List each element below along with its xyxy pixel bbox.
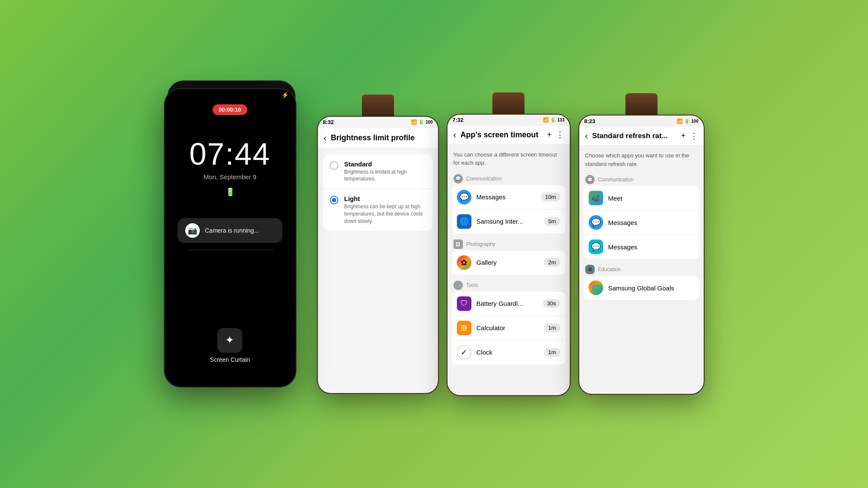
phone2-time: 8:32 bbox=[323, 119, 334, 125]
battery-time: 30s bbox=[543, 299, 560, 308]
meet-icon: 📹 bbox=[589, 191, 603, 205]
light-option[interactable]: Light Brightness can be kept up at high … bbox=[323, 189, 433, 231]
phone4-desc: Choose which apps you want to use in the… bbox=[584, 150, 699, 172]
meet-row[interactable]: 📹 Meet bbox=[584, 186, 699, 210]
clock-time: 1m bbox=[544, 348, 560, 357]
phone3-add[interactable]: + bbox=[547, 130, 552, 139]
phone4-messages1-row[interactable]: 💬 Messages bbox=[584, 210, 699, 235]
screen-curtain-label: Screen Curtain bbox=[210, 356, 250, 363]
tools-apps-card: 🛡 Battery Guardi... 30s ⊞ Calculator 1m … bbox=[452, 292, 566, 364]
light-desc: Brightness can be kept up at high temper… bbox=[344, 203, 426, 225]
phone4-messages2-name: Messages bbox=[608, 243, 694, 251]
battery-icon: 🛡 bbox=[457, 296, 471, 311]
tools-icon: 🔧 bbox=[453, 281, 463, 290]
phone2-frame: 8:32 📶🔋100 ‹ Brightness limit profile St… bbox=[317, 116, 439, 394]
battery-indicator: 🔋 bbox=[225, 187, 235, 197]
phone3-desc: You can choose a different screen timeou… bbox=[452, 149, 566, 172]
phone3-title: App's screen timeout bbox=[460, 130, 543, 139]
samsung-internet-row[interactable]: 🌐 Samsung Inter... 5m bbox=[452, 210, 566, 234]
phone4-messages1-icon: 💬 bbox=[589, 215, 603, 230]
phone2-nav: ‹ Brightness limit profile bbox=[318, 128, 438, 148]
phone3-bump bbox=[492, 92, 524, 115]
phone4-add[interactable]: + bbox=[681, 131, 686, 140]
photography-section-header: 🖼 Photography bbox=[452, 237, 566, 251]
phone2-status-icons: 📶🔋100 bbox=[411, 119, 433, 125]
phone4-comm-section: 💬 Communication bbox=[584, 172, 699, 186]
communication-section-header: 💬 Communication bbox=[452, 172, 566, 185]
edu-icon: 🎓 bbox=[585, 265, 595, 274]
camera-icon: 📷 bbox=[185, 223, 200, 238]
tools-label: Tools bbox=[466, 282, 478, 288]
phone3-back[interactable]: ‹ bbox=[453, 130, 456, 140]
messages-time: 10m bbox=[541, 192, 560, 201]
phone4-messages2-icon: 💬 bbox=[589, 240, 603, 254]
photo-label: Photography bbox=[466, 241, 495, 247]
samsung-internet-time: 5m bbox=[544, 217, 560, 226]
notification-item: 📷 Camera is running... bbox=[178, 218, 282, 243]
clock-icon: ✓ bbox=[457, 345, 471, 360]
phone1-frame: ⚡ 00:00:10 07:44 Mon, September 9 🔋 📷 Ca… bbox=[164, 88, 296, 387]
phone4-title: Standard refresh rat... bbox=[592, 132, 677, 140]
comm-label: Communication bbox=[466, 176, 502, 182]
comm-apps-card: 💬 Messages 10m 🌐 Samsung Inter... 5m bbox=[452, 185, 566, 234]
phone4-messages1-name: Messages bbox=[608, 219, 694, 226]
standard-desc: Brightness is limited at high temperatur… bbox=[344, 169, 426, 183]
phone3-status-icons: 📶🔋133 bbox=[543, 117, 565, 123]
phone4-bump bbox=[625, 93, 658, 115]
samsung-internet-icon: 🌐 bbox=[457, 214, 471, 229]
calculator-time: 1m bbox=[544, 323, 560, 332]
gallery-row[interactable]: ✿ Gallery 2m bbox=[452, 251, 566, 275]
messages-name: Messages bbox=[477, 193, 536, 201]
phone3-time: 7:32 bbox=[453, 117, 464, 123]
brightness-options-card: Standard Brightness is limited at high t… bbox=[323, 154, 433, 231]
phone4-status-icons: 📶🔋100 bbox=[677, 118, 699, 124]
photo-apps-card: ✿ Gallery 2m bbox=[452, 251, 566, 275]
gallery-time: 2m bbox=[544, 258, 560, 267]
radio-standard[interactable] bbox=[330, 161, 338, 170]
samsung-goals-name: Samsung Global Goals bbox=[608, 284, 694, 292]
phone4-back[interactable]: ‹ bbox=[585, 131, 588, 141]
timer-badge: 00:00:10 bbox=[213, 104, 247, 115]
meet-name: Meet bbox=[608, 195, 694, 202]
lock-clock: 07:44 bbox=[189, 136, 270, 172]
education-section-header: 🎓 Education bbox=[584, 262, 699, 276]
phone4-frame: 8:23 📶🔋100 ‹ Standard refresh rat... + ⋮… bbox=[578, 115, 705, 395]
radio-light[interactable] bbox=[330, 196, 338, 204]
phone2-status-bar: 8:32 📶🔋100 bbox=[318, 117, 438, 128]
messages-row[interactable]: 💬 Messages 10m bbox=[452, 185, 566, 210]
clock-row[interactable]: ✓ Clock 1m bbox=[452, 340, 566, 364]
clock-name: Clock bbox=[477, 349, 539, 356]
tools-section-header: 🔧 Tools bbox=[452, 278, 566, 292]
divider bbox=[187, 250, 273, 250]
phone4-time: 8:23 bbox=[584, 118, 595, 124]
phone4-status-bar: 8:23 📶🔋100 bbox=[579, 115, 704, 127]
notification-text: Camera is running... bbox=[205, 227, 259, 234]
calculator-icon: ⊞ bbox=[457, 321, 471, 335]
standard-option[interactable]: Standard Brightness is limited at high t… bbox=[323, 154, 433, 189]
phone3-status-bar: 7:32 📶🔋133 bbox=[447, 115, 570, 126]
flash-icon: ⚡ bbox=[281, 92, 289, 98]
samsung-goals-row[interactable]: 🌐 Samsung Global Goals bbox=[584, 276, 699, 300]
photo-icon: 🖼 bbox=[453, 240, 463, 249]
phone4-comm-card: 📹 Meet 💬 Messages 💬 Messages bbox=[584, 186, 699, 259]
phone4-comm-icon: 💬 bbox=[585, 175, 595, 184]
status-bar: ⚡ bbox=[165, 89, 296, 101]
phone3-nav: ‹ App's screen timeout + ⋮ bbox=[447, 126, 570, 145]
phone4-messages2-row[interactable]: 💬 Messages bbox=[584, 235, 699, 259]
battery-row[interactable]: 🛡 Battery Guardi... 30s bbox=[452, 292, 566, 316]
phone4-more[interactable]: ⋮ bbox=[690, 131, 698, 141]
phone2-bump bbox=[362, 95, 394, 117]
phone3-more[interactable]: ⋮ bbox=[556, 130, 564, 139]
calculator-row[interactable]: ⊞ Calculator 1m bbox=[452, 316, 566, 340]
calculator-name: Calculator bbox=[477, 324, 539, 331]
standard-label: Standard bbox=[344, 160, 426, 168]
phone4-nav: ‹ Standard refresh rat... + ⋮ bbox=[579, 127, 704, 145]
battery-name: Battery Guardi... bbox=[477, 300, 538, 307]
samsung-internet-name: Samsung Inter... bbox=[477, 218, 539, 225]
gallery-icon: ✿ bbox=[457, 255, 471, 270]
lock-date: Mon, September 9 bbox=[204, 173, 256, 180]
screen-curtain-section[interactable]: ✦ Screen Curtain bbox=[210, 328, 250, 363]
edu-label: Education bbox=[598, 266, 621, 272]
phone4-comm-label: Communication bbox=[598, 177, 634, 183]
back-icon[interactable]: ‹ bbox=[324, 133, 327, 143]
